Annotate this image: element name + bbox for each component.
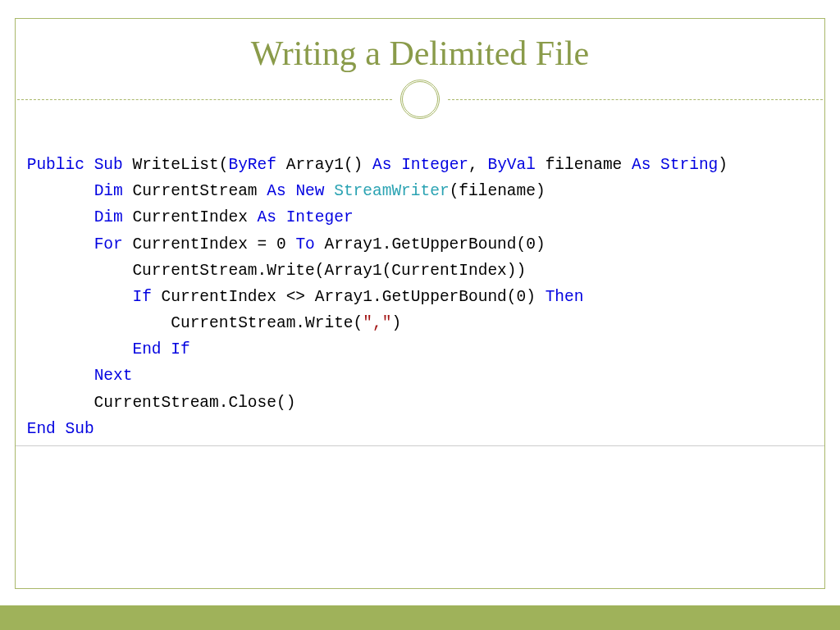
dash-left [17, 99, 392, 100]
slide-title: Writing a Delimited File [16, 34, 824, 73]
kw-new: New [295, 182, 324, 200]
kw-as: As [258, 208, 276, 226]
txt: CurrentIndex = 0 [123, 235, 296, 253]
kw-if: If [171, 340, 189, 358]
code-line: CurrentStream.Write(Array1(CurrentIndex)… [17, 262, 526, 280]
kw-for: For [94, 235, 123, 253]
txt: , [468, 156, 487, 174]
kw-to: To [295, 235, 314, 253]
txt: CurrentStream.Write( [17, 314, 363, 332]
txt: (filename) [450, 182, 546, 200]
txt: filename [536, 156, 632, 174]
kw-as: As [632, 156, 651, 174]
str-comma: "," [363, 314, 391, 332]
kw-next: Next [94, 367, 133, 385]
txt: Array1.GetUpperBound(0) [315, 235, 546, 253]
slide-border: Writing a Delimited File Public Sub Writ… [15, 18, 825, 589]
circle-icon [400, 80, 440, 119]
kw-public: Public [27, 156, 84, 174]
footer-bar [0, 605, 840, 630]
kw-end: End [27, 420, 56, 438]
code-block: Public Sub WriteList(ByRef Array1() As I… [16, 152, 824, 446]
txt: CurrentStream [123, 182, 267, 200]
txt: CurrentIndex [123, 208, 258, 226]
code-line: CurrentStream.Close() [17, 394, 295, 412]
kw-end: End [132, 340, 161, 358]
txt: WriteList( [123, 156, 229, 174]
kw-dim: Dim [94, 182, 123, 200]
kw-if: If [132, 288, 151, 306]
kw-then: Then [546, 288, 584, 306]
dash-right [448, 99, 823, 100]
title-divider [16, 80, 824, 119]
kw-integer: Integer [401, 156, 468, 174]
kw-as: As [372, 156, 391, 174]
kw-sub: Sub [94, 156, 123, 174]
txt: ) [718, 156, 728, 174]
txt: CurrentIndex <> Array1.GetUpperBound(0) [152, 288, 546, 306]
txt: Array1() [276, 156, 372, 174]
txt: ) [391, 314, 401, 332]
kw-byref: ByRef [228, 156, 276, 174]
kw-integer: Integer [286, 208, 354, 226]
type-streamwriter: StreamWriter [334, 182, 449, 200]
kw-byval: ByVal [487, 156, 536, 174]
kw-string: String [660, 156, 718, 174]
kw-dim: Dim [94, 208, 123, 226]
kw-as: As [267, 182, 285, 200]
kw-sub: Sub [66, 420, 94, 438]
